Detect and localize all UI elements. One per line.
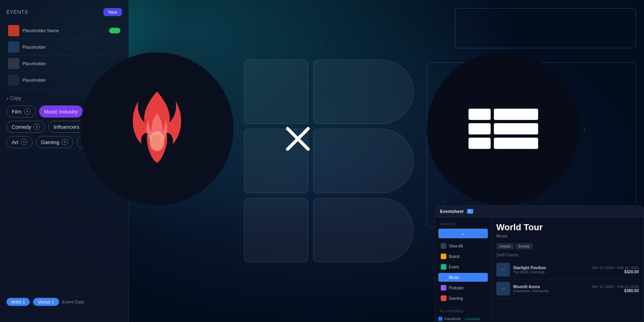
rp-dot-brand: [441, 254, 446, 259]
event-name-1: Placeholder Name: [23, 28, 106, 33]
tag-film-close[interactable]: ×: [24, 108, 31, 115]
rp-event-date-1: Nov 12, 2024 – Feb 10, 2025: [592, 266, 639, 270]
rp-sidebar-music[interactable]: Music: [438, 273, 488, 282]
top-right-border-rect: [455, 8, 636, 48]
grid-cell-2: [313, 60, 414, 124]
rp-platform-name-facebook: Facebook: [445, 317, 461, 321]
rp-event-thumb-2: 24: [496, 282, 510, 295]
rp-label-music: Music: [449, 275, 459, 280]
rp-platform-dot-facebook: [438, 317, 442, 321]
rp-content-subtitle: Music: [496, 233, 639, 238]
table-cell-4: [494, 123, 538, 134]
right-panel-title: Eventsheet: [440, 209, 464, 214]
rp-tabs: Details Events: [496, 243, 639, 250]
event-thumb-1: [8, 25, 19, 36]
tag-gaming-close[interactable]: ×: [62, 139, 68, 145]
right-panel: Eventsheet E Spaces + View All Brand Eve…: [435, 205, 644, 322]
rp-sidebar-gaming[interactable]: Gaming: [438, 294, 488, 303]
rp-dot-music: [441, 275, 446, 280]
rp-event-venue-1: Top Shelf, Glendale: [513, 270, 588, 274]
bottom-tags: Artist 1 Venue 1 Event Date: [6, 298, 84, 306]
event-toggle-1[interactable]: [109, 28, 120, 33]
rp-event-card-2[interactable]: 24 Moonlit Arena Downtown, Metropolis No…: [496, 279, 639, 298]
rp-dot-event: [441, 264, 446, 270]
table-cell-2: [494, 109, 538, 120]
tag-art[interactable]: Art ×: [6, 136, 33, 148]
event-thumb-2: [8, 41, 19, 53]
rp-label-gaming: Gaming: [449, 296, 463, 301]
table-cell-1: [469, 109, 491, 120]
rp-event-price-1: $420.00: [592, 270, 639, 274]
rp-event-price-2: $380.00: [592, 289, 639, 293]
rp-platform-status-facebook: Connected: [465, 317, 481, 321]
rp-label-event: Event: [449, 265, 459, 269]
svg-point-0: [150, 131, 165, 151]
table-icon: [469, 109, 538, 149]
rp-label-brand: Brand: [449, 254, 460, 259]
rp-event-thumb-1: 24: [496, 263, 510, 277]
rp-tab-details[interactable]: Details: [496, 243, 514, 250]
flame-icon: [125, 89, 189, 169]
rp-event-info-2: Moonlit Arena Downtown, Metropolis: [513, 285, 588, 293]
rp-dot-all: [441, 243, 446, 249]
x-symbol: [280, 121, 316, 157]
right-panel-header: Eventsheet E: [435, 206, 644, 217]
grid-cell-4: [313, 129, 414, 193]
event-row-2[interactable]: Placeholder: [6, 39, 122, 56]
table-circle: [427, 52, 580, 205]
rp-event-venue-2: Downtown, Metropolis: [513, 289, 588, 293]
flame-circle: [80, 52, 233, 205]
right-panel-body: Spaces + View All Brand Event Music: [435, 217, 644, 319]
grid-background: [244, 60, 414, 262]
tag-music-industry[interactable]: Music Industry: [39, 105, 83, 118]
event-date-label: Event Date: [62, 299, 84, 304]
rp-event-name-1: Starlight Pavilion: [513, 266, 588, 270]
rp-dot-podcast: [441, 285, 446, 291]
rp-content-title: World Tour: [496, 222, 639, 233]
panel-header: Events New: [6, 8, 122, 16]
rp-draft-label: Draft Events: [496, 253, 639, 257]
table-cell-3: [469, 123, 491, 134]
tag-film[interactable]: Film ×: [6, 105, 36, 118]
event-thumb-4: [8, 74, 19, 86]
bottom-tag-artist[interactable]: Artist 1: [6, 298, 30, 306]
rp-sidebar-view-all[interactable]: View All: [438, 242, 488, 250]
grid-cell-5: [244, 198, 308, 262]
rp-content: World Tour Music Details Events Draft Ev…: [491, 217, 644, 319]
rp-spaces-label: Spaces: [438, 221, 488, 227]
tag-art-close[interactable]: ×: [21, 139, 27, 145]
event-row-3[interactable]: Placeholder: [6, 56, 122, 72]
rp-platform-facebook: Facebook Connected: [438, 316, 488, 322]
table-cell-6: [494, 138, 538, 149]
bottom-tag-venue[interactable]: Venue 1: [33, 298, 59, 306]
rp-label-podcast: Podcast: [449, 286, 463, 290]
rp-event-card-1[interactable]: 24 Starlight Pavilion Top Shelf, Glendal…: [496, 260, 639, 279]
rp-event-name-2: Moonlit Arena: [513, 285, 588, 289]
rp-dot-gaming: [441, 295, 446, 301]
rp-event-meta-2: Nov 12, 2024 – Feb 11, 2025 $380.00: [592, 285, 639, 293]
rp-sidebar: Spaces + View All Brand Event Music: [435, 217, 491, 319]
right-panel-badge: E: [467, 209, 473, 214]
rp-event-info-1: Starlight Pavilion Top Shelf, Glendale: [513, 266, 588, 274]
tag-comedy-close[interactable]: ×: [33, 124, 40, 130]
rp-sidebar-brand[interactable]: Brand: [438, 252, 488, 261]
rp-sidebar-podcast[interactable]: Podcast: [438, 283, 488, 292]
new-button[interactable]: New: [103, 8, 122, 16]
rp-tab-events[interactable]: Events: [516, 243, 533, 250]
event-name-3: Placeholder: [23, 61, 120, 66]
event-row[interactable]: Placeholder Name: [6, 23, 122, 39]
panel-title: Events: [6, 9, 28, 15]
tag-comedy[interactable]: Comedy ×: [6, 121, 45, 133]
grid-cell-6: [313, 198, 414, 262]
rp-event-date-2: Nov 12, 2024 – Feb 11, 2025: [592, 285, 639, 289]
event-name-2: Placeholder: [23, 45, 120, 50]
star-4: [322, 40, 323, 41]
grid-cell-1: [244, 60, 308, 124]
rp-sidebar-event[interactable]: Event: [438, 262, 488, 271]
rp-label-all: View All: [449, 244, 463, 248]
rp-add-button[interactable]: +: [438, 229, 488, 238]
rp-platforms-section-label: Platforms: [438, 308, 488, 314]
tag-gaming[interactable]: Gaming ×: [36, 136, 74, 148]
event-thumb-3: [8, 58, 19, 69]
event-name-4: Placeholder: [23, 78, 106, 83]
